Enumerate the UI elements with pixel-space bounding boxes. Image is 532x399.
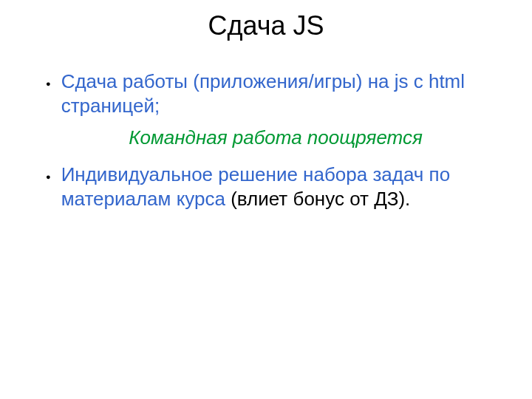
slide-content: ● Сдача работы (приложения/игры) на js c…: [27, 69, 505, 211]
text-span: (влиет бонус от ДЗ).: [231, 188, 410, 210]
bullet-icon: ●: [46, 80, 51, 88]
quote-line: Командная работа поощряется: [46, 126, 505, 149]
list-item: ● Сдача работы (приложения/игры) на js c…: [46, 69, 505, 117]
text-span: Сдача работы (приложения/игры) на js c h…: [61, 70, 465, 117]
bullet-text: Сдача работы (приложения/игры) на js c h…: [61, 69, 505, 117]
slide-title: Сдача JS: [27, 10, 505, 41]
bullet-text: Индивидуальное решение набора задач по м…: [61, 163, 505, 211]
list-item: ● Индивидуальное решение набора задач по…: [46, 163, 505, 211]
bullet-icon: ●: [46, 173, 51, 181]
